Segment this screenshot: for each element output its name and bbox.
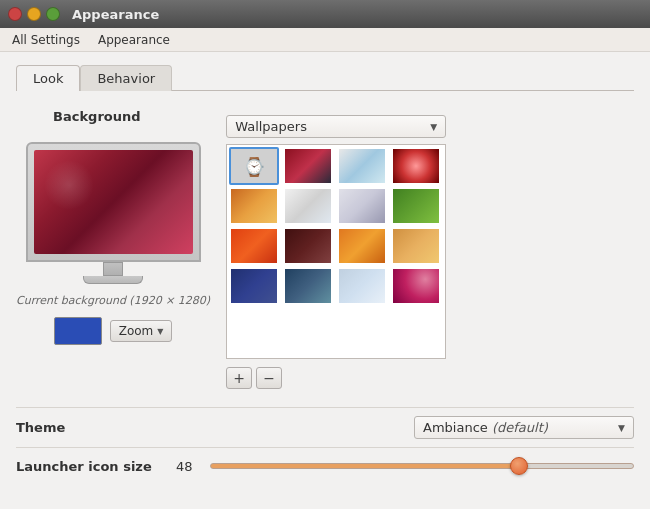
background-left: Background Current background (1920 × 12… — [16, 105, 210, 389]
wallpaper-thumb-8[interactable] — [391, 187, 441, 225]
wallpaper-thumb-7[interactable] — [337, 187, 387, 225]
wallpaper-thumb-16[interactable] — [391, 267, 441, 305]
background-color-swatch[interactable] — [54, 317, 102, 345]
wallpaper-thumb-11[interactable] — [337, 227, 387, 265]
monitor-caption: Current background (1920 × 1280) — [16, 294, 210, 307]
add-wallpaper-button[interactable]: + — [226, 367, 252, 389]
wallpaper-thumb-4[interactable] — [391, 147, 441, 185]
launcher-slider-thumb[interactable] — [510, 457, 528, 475]
minimize-button[interactable] — [27, 7, 41, 21]
wallpaper-thumb-9[interactable] — [229, 227, 279, 265]
monitor-preview — [26, 142, 201, 282]
wallpaper-thumb-13[interactable] — [229, 267, 279, 305]
wallpaper-grid: ⌚ — [227, 145, 445, 307]
menubar-item-all-settings[interactable]: All Settings — [4, 31, 88, 49]
wallpapers-dropdown[interactable]: Wallpapers ▼ — [226, 115, 446, 138]
remove-wallpaper-button[interactable]: − — [256, 367, 282, 389]
maximize-button[interactable] — [46, 7, 60, 21]
theme-value: Ambiance (default) — [423, 420, 548, 435]
grid-controls: + − — [226, 367, 634, 389]
wallpaper-thumb-2[interactable] — [283, 147, 333, 185]
launcher-label: Launcher icon size — [16, 459, 176, 474]
theme-dropdown-arrow: ▼ — [618, 423, 625, 433]
wallpaper-thumb-1[interactable]: ⌚ — [229, 147, 279, 185]
wallpaper-thumb-14[interactable] — [283, 267, 333, 305]
wallpaper-thumb-3[interactable] — [337, 147, 387, 185]
launcher-value: 48 — [176, 459, 200, 474]
wallpaper-thumb-15[interactable] — [337, 267, 387, 305]
zoom-arrow-icon: ▼ — [157, 327, 163, 336]
tab-behavior[interactable]: Behavior — [80, 65, 172, 91]
wallpaper-thumb-6[interactable] — [283, 187, 333, 225]
wallpaper-thumb-5[interactable] — [229, 187, 279, 225]
zoom-button[interactable]: Zoom ▼ — [110, 320, 173, 342]
menubar: All Settings Appearance — [0, 28, 650, 52]
theme-control: Ambiance (default) ▼ — [176, 416, 634, 439]
theme-label: Theme — [16, 420, 176, 435]
launcher-slider-container — [210, 456, 634, 476]
tabs-container: Look Behavior — [16, 64, 634, 91]
color-zoom-row: Zoom ▼ — [54, 317, 173, 345]
monitor-stand-base — [83, 276, 143, 284]
wallpapers-dropdown-arrow: ▼ — [430, 122, 437, 132]
tab-look[interactable]: Look — [16, 65, 80, 91]
titlebar: Appearance — [0, 0, 650, 28]
wallpapers-dropdown-label: Wallpapers — [235, 119, 307, 134]
monitor-body — [26, 142, 201, 262]
theme-dropdown[interactable]: Ambiance (default) ▼ — [414, 416, 634, 439]
titlebar-buttons — [8, 7, 60, 21]
zoom-label: Zoom — [119, 324, 154, 338]
menubar-item-appearance[interactable]: Appearance — [90, 31, 178, 49]
background-section: Background Current background (1920 × 12… — [16, 105, 634, 389]
theme-row: Theme Ambiance (default) ▼ — [16, 407, 634, 447]
window-title: Appearance — [72, 7, 159, 22]
wallpaper-grid-container[interactable]: ⌚ — [226, 144, 446, 359]
launcher-slider-track — [210, 463, 634, 469]
wallpaper-thumb-10[interactable] — [283, 227, 333, 265]
close-button[interactable] — [8, 7, 22, 21]
monitor-stand-neck — [103, 262, 123, 276]
background-label: Background — [53, 105, 173, 124]
launcher-row: Launcher icon size 48 — [16, 447, 634, 484]
main-content: Look Behavior Background Current backgro… — [0, 52, 650, 496]
monitor-screen — [34, 150, 193, 254]
background-right: Wallpapers ▼ ⌚ + − — [226, 105, 634, 389]
wallpaper-thumb-12[interactable] — [391, 227, 441, 265]
launcher-control: 48 — [176, 456, 634, 476]
